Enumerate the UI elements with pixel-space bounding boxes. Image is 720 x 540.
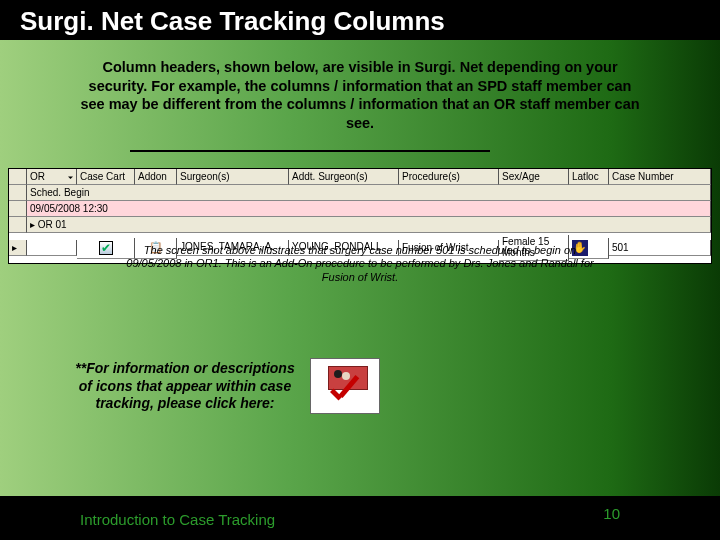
checkmark-icon xyxy=(322,378,360,406)
table-header-row: OR▾ Case Cart Addon Surgeon(s) Addt. Sur… xyxy=(9,169,711,185)
cell-case-number: 501 xyxy=(609,240,711,256)
col-procedure: Procedure(s) xyxy=(399,169,499,185)
row-pointer: ▸ xyxy=(9,240,27,256)
col-selector xyxy=(9,169,27,185)
cell-sched-date: 09/05/2008 12:30 xyxy=(27,201,711,217)
col-or: OR▾ xyxy=(27,169,77,185)
intro-paragraph: Column headers, shown below, are visible… xyxy=(80,58,640,132)
col-surgeon: Surgeon(s) xyxy=(177,169,289,185)
col-sex-age: Sex/Age xyxy=(499,169,569,185)
col-latloc: Latloc xyxy=(569,169,609,185)
col-case-cart: Case Cart xyxy=(77,169,135,185)
page-number: 10 xyxy=(603,505,620,522)
table-subheader-row: Sched. Begin xyxy=(9,185,711,201)
cell-empty xyxy=(9,217,27,233)
sort-icon: ▾ xyxy=(68,174,73,179)
underline-divider xyxy=(130,150,490,152)
footer-title: Introduction to Case Tracking xyxy=(80,511,275,528)
col-case-number: Case Number xyxy=(609,169,711,185)
check-icon: ✔ xyxy=(99,241,113,255)
table-date-row: 09/05/2008 12:30 xyxy=(9,201,711,217)
slide: Surgi. Net Case Tracking Columns Column … xyxy=(0,0,720,540)
cell-empty xyxy=(9,185,27,201)
table-group-row: ▸ OR 01 xyxy=(9,217,711,233)
col-sched-begin: Sched. Begin xyxy=(27,185,711,201)
col-addon: Addon xyxy=(135,169,177,185)
col-or-label: OR xyxy=(30,171,45,182)
screenshot-caption: The screen shot above illustrates that s… xyxy=(120,244,600,284)
icon-info-text: **For information or descriptions of ico… xyxy=(70,360,300,413)
cell-or xyxy=(27,240,77,256)
cell-empty xyxy=(9,201,27,217)
col-addt-surgeon: Addt. Surgeon(s) xyxy=(289,169,399,185)
cell-group-label: ▸ OR 01 xyxy=(27,217,711,233)
page-title: Surgi. Net Case Tracking Columns xyxy=(20,6,445,37)
icon-legend-button[interactable] xyxy=(310,358,380,414)
